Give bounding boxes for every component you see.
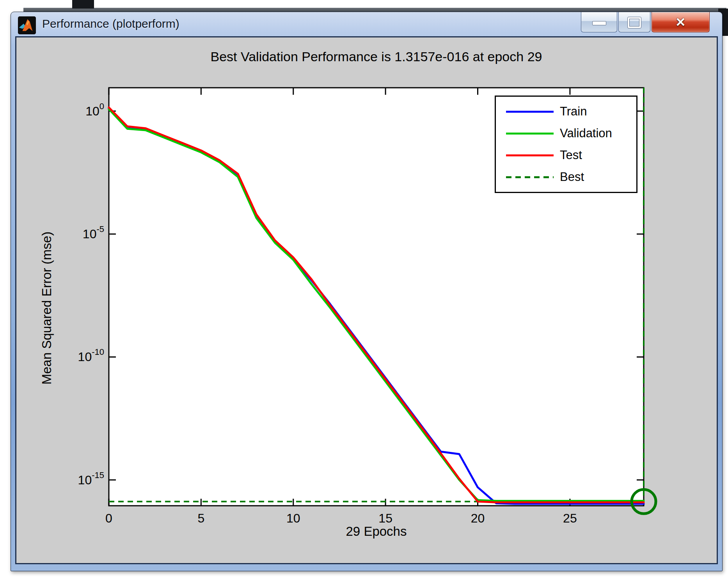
legend-label: Best xyxy=(560,170,584,184)
matlab-icon xyxy=(18,16,36,34)
window-controls: ✕ xyxy=(581,12,710,32)
x-tick-label: 25 xyxy=(563,511,577,525)
legend-line-validation xyxy=(506,133,554,135)
y-tick-label: 10-5 xyxy=(83,224,104,241)
legend-label: Train xyxy=(560,105,587,119)
x-axis-label: 29 Epochs xyxy=(109,524,644,539)
y-tick-label: 100 xyxy=(85,101,104,118)
performance-window: Performance (plotperform) ✕ Best Validat… xyxy=(11,12,723,571)
background-window-tab xyxy=(72,0,94,9)
legend-line-train xyxy=(506,111,554,113)
legend-line-test xyxy=(506,154,554,156)
legend-label: Test xyxy=(560,148,582,162)
y-tick-label: 10-10 xyxy=(78,347,104,364)
x-tick-label: 0 xyxy=(105,511,112,525)
legend-label: Validation xyxy=(560,126,612,140)
matlab-logo-icon xyxy=(18,16,36,34)
x-tick-label: 15 xyxy=(378,511,392,525)
legend-item-validation: Validation xyxy=(506,126,636,140)
x-tick-label: 5 xyxy=(197,511,204,525)
maximize-icon xyxy=(628,17,641,28)
x-tick-label: 10 xyxy=(286,511,300,525)
minimize-button[interactable] xyxy=(581,12,617,32)
legend-line-best xyxy=(506,176,554,178)
window-title: Performance (plotperform) xyxy=(42,12,179,36)
x-tick-label: 20 xyxy=(471,511,485,525)
title-bar[interactable]: Performance (plotperform) ✕ xyxy=(11,12,722,36)
figure-client-area: Best Validation Performance is 1.3157e-0… xyxy=(15,36,718,564)
close-button[interactable]: ✕ xyxy=(652,12,710,32)
y-tick-label: 10-15 xyxy=(78,470,104,487)
minimize-icon xyxy=(592,21,606,25)
close-icon: ✕ xyxy=(675,16,686,28)
maximize-button[interactable] xyxy=(618,12,650,32)
y-axis-label: Mean Squared Error (mse) xyxy=(39,232,54,384)
legend-item-train: Train xyxy=(506,105,636,119)
legend-item-test: Test xyxy=(506,148,636,162)
legend: TrainValidationTestBest xyxy=(495,96,637,193)
legend-item-best: Best xyxy=(506,170,636,184)
